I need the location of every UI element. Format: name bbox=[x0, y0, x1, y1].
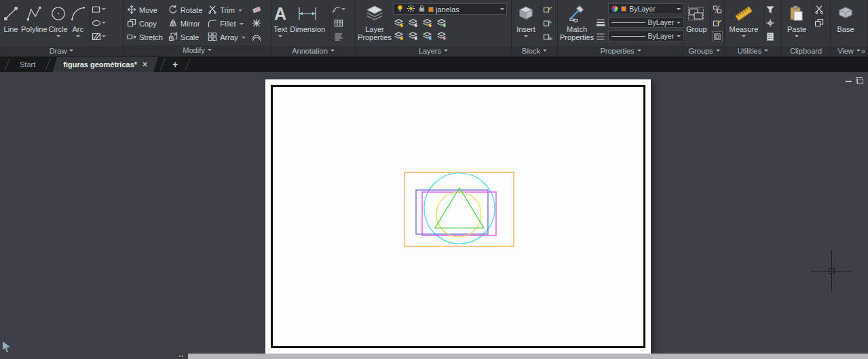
chevron-down-icon[interactable] bbox=[795, 35, 799, 39]
layer-tool-icon[interactable] bbox=[436, 30, 447, 41]
ribbon-overflow-icon[interactable]: » bbox=[861, 46, 865, 56]
tool-trim[interactable]: Trim bbox=[206, 3, 246, 17]
viewport-minimize-icon[interactable] bbox=[846, 81, 852, 82]
panel-label-view[interactable]: View» bbox=[831, 46, 867, 56]
tool-paste[interactable]: Paste bbox=[784, 1, 810, 45]
panel-label-properties[interactable]: Properties bbox=[558, 46, 683, 56]
layer-tool-icon[interactable] bbox=[436, 17, 447, 28]
circle-icon bbox=[50, 3, 67, 24]
tool-array[interactable]: Array bbox=[206, 31, 246, 44]
magenta-rectangle[interactable] bbox=[422, 192, 496, 235]
tool-mirror[interactable]: Mirror bbox=[167, 17, 204, 31]
tool-measure[interactable]: Measure bbox=[727, 1, 761, 45]
object-color-dropdown[interactable]: ByLayer bbox=[608, 3, 684, 14]
tool-dimension[interactable]: Dimension bbox=[288, 1, 326, 45]
tool-circle[interactable]: Circle bbox=[49, 1, 68, 45]
chevron-down-icon[interactable] bbox=[238, 10, 242, 14]
chevron-down-icon[interactable] bbox=[242, 37, 246, 41]
tool-text[interactable]: A Text bbox=[273, 1, 287, 45]
insert-block-icon bbox=[517, 3, 535, 24]
viewport-restore-icon[interactable] bbox=[857, 79, 863, 84]
panel-label-block[interactable]: Block bbox=[512, 46, 557, 56]
panel-label-modify[interactable]: Modify bbox=[124, 45, 271, 56]
ellipse-tool-icon[interactable] bbox=[92, 18, 106, 28]
block-attributes-icon[interactable] bbox=[543, 31, 552, 41]
linetype-dropdown[interactable]: ByLayer bbox=[608, 31, 684, 41]
quick-calc-icon[interactable] bbox=[766, 31, 775, 41]
group-bounding-box-toggle[interactable] bbox=[712, 31, 723, 41]
cyan-circle[interactable] bbox=[424, 173, 495, 244]
id-point-icon[interactable] bbox=[766, 18, 775, 28]
tool-stretch[interactable]: Stretch bbox=[126, 31, 164, 44]
layer-tool-icon[interactable] bbox=[421, 30, 433, 41]
tool-fillet[interactable]: Fillet bbox=[206, 17, 246, 31]
stretch-icon bbox=[127, 32, 136, 43]
chevron-down-icon[interactable] bbox=[56, 35, 60, 39]
measure-ruler-icon bbox=[735, 3, 753, 24]
chevron-down-icon[interactable] bbox=[524, 35, 528, 39]
chevron-down-icon[interactable] bbox=[76, 35, 80, 39]
layer-tool-icon[interactable] bbox=[393, 30, 404, 41]
leader-tool-icon[interactable] bbox=[331, 4, 345, 14]
layer-tool-icon[interactable] bbox=[421, 17, 433, 28]
layer-tool-icon[interactable] bbox=[393, 17, 404, 28]
panel-label-clipboard[interactable]: Clipboard bbox=[782, 46, 830, 56]
offset-tool-icon[interactable] bbox=[252, 31, 261, 41]
scrollbar-left-button[interactable] bbox=[176, 354, 188, 359]
tool-match-properties[interactable]: MatchProperties bbox=[560, 1, 594, 45]
ribbon-panel-clipboard: Paste Clipboard bbox=[782, 0, 831, 56]
panel-label-groups[interactable]: Groups bbox=[684, 46, 724, 56]
layer-dropdown[interactable]: janelas bbox=[393, 3, 507, 15]
tool-label: Polyline bbox=[21, 25, 48, 33]
layer-tool-icon[interactable] bbox=[407, 30, 419, 41]
lineweight-dropdown[interactable]: ByLayer bbox=[608, 17, 684, 28]
tool-base[interactable]: Base bbox=[833, 1, 858, 45]
new-tab-button[interactable]: + bbox=[167, 57, 183, 72]
panel-label-annotation[interactable]: Annotation bbox=[271, 46, 355, 56]
edit-block-icon[interactable] bbox=[543, 4, 552, 14]
trim-icon bbox=[208, 5, 217, 16]
create-block-icon[interactable] bbox=[543, 18, 552, 28]
panel-label-utilities[interactable]: Utilities bbox=[725, 46, 781, 56]
chevron-down-icon[interactable] bbox=[240, 23, 244, 27]
ribbon: Line Polyline Circle Arc Draw bbox=[0, 0, 868, 57]
panel-label-draw[interactable]: Draw bbox=[0, 46, 123, 56]
layer-tool-icon[interactable] bbox=[407, 17, 419, 28]
drawing-area[interactable] bbox=[0, 72, 868, 359]
ungroup-icon[interactable] bbox=[712, 4, 723, 14]
tool-line[interactable]: Line bbox=[2, 1, 20, 45]
green-triangle[interactable] bbox=[435, 188, 484, 228]
tool-arc[interactable]: Arc bbox=[69, 1, 87, 45]
copy-clip-icon[interactable] bbox=[814, 18, 824, 28]
chevron-down-icon bbox=[543, 50, 547, 54]
hatch-tool-icon[interactable] bbox=[92, 31, 106, 41]
group-edit-icon[interactable] bbox=[712, 18, 723, 28]
text-align-icon[interactable] bbox=[331, 31, 345, 41]
close-tab-icon[interactable]: × bbox=[143, 60, 147, 69]
tool-rotate[interactable]: Rotate bbox=[167, 3, 204, 17]
tool-polyline[interactable]: Polyline bbox=[21, 1, 48, 45]
tool-label: Mirror bbox=[181, 20, 200, 28]
cut-icon[interactable] bbox=[814, 4, 824, 14]
explode-tool-icon[interactable] bbox=[252, 18, 261, 28]
horizontal-scrollbar[interactable] bbox=[176, 354, 868, 359]
tool-move[interactable]: Move bbox=[126, 3, 164, 17]
quick-select-icon[interactable] bbox=[766, 4, 775, 14]
table-tool-icon[interactable] bbox=[331, 18, 345, 28]
tool-group[interactable]: Group bbox=[686, 1, 707, 45]
chevron-down-icon[interactable] bbox=[278, 35, 282, 39]
rectangle-tool-icon[interactable] bbox=[92, 4, 106, 14]
tool-scale[interactable]: Scale bbox=[167, 31, 204, 44]
tool-copy[interactable]: Copy bbox=[126, 17, 164, 31]
panel-label-layers[interactable]: Layers bbox=[356, 46, 511, 56]
rotate-icon bbox=[168, 5, 178, 16]
chevron-down-icon[interactable] bbox=[500, 8, 504, 12]
tool-layer-properties[interactable]: LayerProperties bbox=[358, 1, 392, 45]
tool-insert[interactable]: Insert bbox=[514, 1, 538, 45]
tool-label: Rotate bbox=[181, 6, 202, 14]
tab-drawing-active[interactable]: figuras geométricas* × bbox=[52, 57, 158, 72]
chevron-down-icon[interactable] bbox=[742, 35, 746, 39]
mirror-icon bbox=[168, 18, 178, 29]
erase-tool-icon[interactable] bbox=[252, 4, 261, 14]
tab-start[interactable]: Start bbox=[12, 57, 43, 72]
